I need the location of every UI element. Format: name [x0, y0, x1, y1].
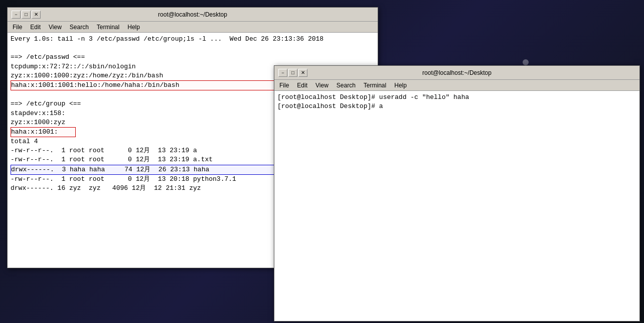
- menu-bar-2: File Edit View Search Terminal Help: [274, 80, 639, 91]
- maximize-button-2[interactable]: □: [288, 69, 297, 77]
- terminal-line-10: haha:x:1001:: [11, 127, 76, 137]
- terminal-window-2[interactable]: － □ ✕ root@localhost:~/Desktop File Edit…: [274, 65, 640, 321]
- terminal-line-2: ==> /etc/passwd <==: [11, 53, 375, 62]
- menu-terminal-2[interactable]: Terminal: [361, 81, 389, 90]
- terminal2-line-0: [root@localhost Desktop]# useradd -c "he…: [277, 93, 636, 102]
- menu-view-2[interactable]: View: [312, 81, 332, 90]
- terminal-line-1: [11, 44, 375, 53]
- menu-help-1[interactable]: Help: [124, 23, 143, 32]
- menu-search-1[interactable]: Search: [67, 23, 92, 32]
- title-bar-2: － □ ✕ root@localhost:~/Desktop: [274, 66, 639, 80]
- close-button-1[interactable]: ✕: [32, 11, 41, 19]
- menu-view-1[interactable]: View: [46, 23, 65, 32]
- menu-edit-2[interactable]: Edit: [294, 81, 310, 90]
- menu-bar-1: File Edit View Search Terminal Help: [8, 22, 378, 33]
- menu-terminal-1[interactable]: Terminal: [94, 23, 122, 32]
- menu-edit-1[interactable]: Edit: [27, 23, 44, 32]
- minimize-button-1[interactable]: －: [12, 11, 21, 19]
- terminal-body-2: [root@localhost Desktop]# useradd -c "he…: [274, 91, 639, 321]
- terminal-title-2: root@localhost:~/Desktop: [308, 69, 605, 76]
- title-bar-1: － □ ✕ root@localhost:~/Desktop: [8, 8, 378, 22]
- minimize-button-2[interactable]: －: [278, 69, 287, 77]
- menu-help-2[interactable]: Help: [391, 81, 410, 90]
- terminal-title-1: root@localhost:~/Desktop: [42, 11, 344, 18]
- menu-search-2[interactable]: Search: [334, 81, 359, 90]
- terminal-line-0: Every 1.0s: tail -n 3 /etc/passwd /etc/g…: [11, 35, 375, 44]
- menu-file-1[interactable]: File: [10, 23, 25, 32]
- terminal2-line-1: [root@localhost Desktop]# a: [277, 102, 636, 111]
- menu-file-2[interactable]: File: [276, 81, 292, 90]
- maximize-button-1[interactable]: □: [22, 11, 31, 19]
- close-button-2[interactable]: ✕: [298, 69, 307, 77]
